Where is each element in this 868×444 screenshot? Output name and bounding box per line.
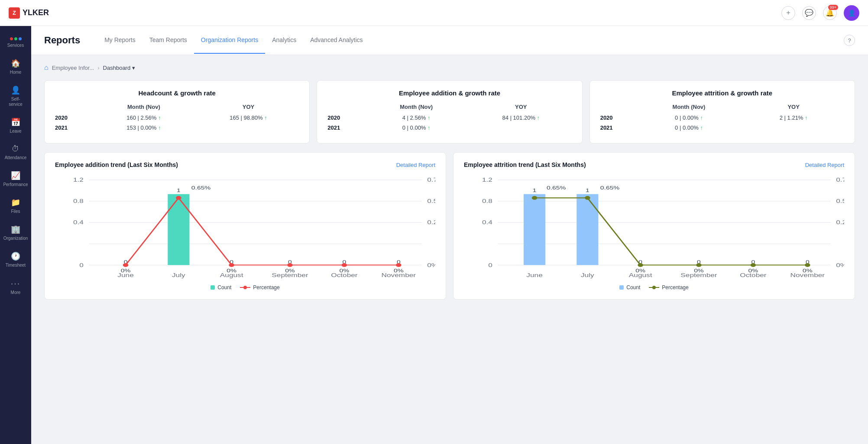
addition-detailed-report-link[interactable]: Detailed Report [396, 162, 435, 168]
addition-2020-val1: 4 | 2.56% ↑ [366, 114, 467, 121]
addition-pct-legend-label: Percentage [253, 284, 279, 291]
breadcrumb-dashboard[interactable]: Dashboard ▾ [103, 65, 136, 71]
svg-text:0.65%: 0.65% [547, 185, 566, 190]
notification-badge: 99+ [828, 5, 838, 10]
attrition-count-legend-dot [619, 285, 624, 290]
svg-point-33 [229, 263, 234, 267]
tab-my-reports[interactable]: My Reports [97, 27, 143, 54]
svg-text:1: 1 [586, 188, 589, 193]
topbar-right: ＋ 💬 🔔 99+ 👤 [781, 5, 859, 21]
add-button[interactable]: ＋ [781, 6, 795, 20]
organization-icon: 🏢 [11, 225, 20, 234]
addition-trend-chart-card: Employee addition trend (Last Six Months… [44, 152, 446, 300]
breadcrumb-employee-info[interactable]: Employee Infor... [52, 65, 94, 71]
svg-text:July: July [581, 272, 594, 278]
headcount-year-2020: 2020 [55, 114, 90, 121]
headcount-card-title: Headcount & growth rate [55, 89, 299, 97]
headcount-2020-val1: 160 | 2.56% ↑ [93, 114, 194, 121]
attrition-detailed-report-link[interactable]: Detailed Report [805, 162, 844, 168]
attrition-col1-header: Month (Nov) [638, 104, 740, 110]
svg-text:October: October [740, 272, 766, 278]
sidebar-item-timesheet[interactable]: 🕐 Timesheet [2, 247, 29, 272]
attrition-2020-val1: 0 | 0.00% ↑ [638, 114, 740, 121]
addition-2021-trend1: ↑ [428, 124, 431, 131]
svg-text:0.4: 0.4 [482, 220, 492, 225]
headcount-card: Headcount & growth rate Month (Nov) YOY … [44, 80, 310, 144]
sidebar-item-performance[interactable]: 📈 Performance [2, 166, 29, 192]
topbar: Z YLKER ＋ 💬 🔔 99+ 👤 [0, 0, 868, 26]
tab-advanced-analytics[interactable]: Advanced Analytics [303, 27, 369, 54]
sidebar-item-home[interactable]: 🏠 Home [2, 54, 29, 79]
attrition-2021-trend1: ↑ [700, 124, 703, 131]
sidebar-item-attendance[interactable]: ⏱ Attendance [2, 140, 29, 165]
sidebar-item-more[interactable]: ··· More [2, 274, 29, 300]
attrition-trend-chart-card: Employee attrition trend (Last Six Month… [453, 152, 855, 300]
svg-text:1.2: 1.2 [73, 177, 84, 183]
sidebar-item-organization-label: Organization [3, 236, 28, 241]
svg-text:0%: 0% [427, 262, 435, 268]
main-layout: Services 🏠 Home 👤 Self-service 📅 Leave ⏱… [0, 26, 868, 444]
avatar[interactable]: 👤 [844, 5, 859, 21]
breadcrumb-home-icon[interactable]: ⌂ [44, 64, 49, 72]
reports-title: Reports [44, 26, 80, 55]
notification-icon[interactable]: 🔔 99+ [823, 6, 837, 20]
chat-icon[interactable]: 💬 [802, 6, 816, 20]
tab-analytics[interactable]: Analytics [265, 27, 303, 54]
help-button[interactable]: ? [844, 35, 855, 46]
attrition-chart-title: Employee attrition trend (Last Six Month… [464, 161, 586, 168]
svg-text:November: November [790, 272, 825, 278]
sidebar-item-self-service[interactable]: 👤 Self-service [2, 81, 29, 111]
charts-row: Employee addition trend (Last Six Months… [44, 152, 855, 300]
svg-text:August: August [220, 272, 244, 278]
headcount-2021-trend1: ↑ [158, 124, 161, 131]
sidebar-item-home-label: Home [10, 70, 22, 75]
attrition-year-2021: 2021 [600, 124, 635, 131]
svg-rect-59 [577, 194, 598, 265]
attrition-table: Month (Nov) YOY 2020 0 | 0.00% ↑ 2 | 1.2… [600, 104, 844, 131]
logo[interactable]: Z YLKER [9, 7, 49, 19]
sidebar-item-self-service-label: Self-service [5, 97, 26, 107]
attrition-pct-legend-label: Percentage [662, 284, 688, 291]
svg-text:0.65%: 0.65% [600, 185, 619, 190]
addition-table: Month (Nov) YOY 2020 4 | 2.56% ↑ 84 | 10… [327, 104, 571, 131]
logo-icon: Z [9, 7, 20, 19]
svg-point-34 [287, 263, 293, 267]
sidebar-item-services[interactable]: Services [2, 33, 29, 52]
svg-text:0.25%: 0.25% [836, 220, 844, 225]
tab-org-reports[interactable]: Organization Reports [194, 27, 265, 54]
performance-icon: 📈 [11, 171, 20, 180]
svg-point-31 [123, 263, 129, 267]
svg-text:0%: 0% [836, 262, 844, 268]
sidebar-item-leave-label: Leave [10, 129, 21, 134]
svg-text:0.75%: 0.75% [836, 177, 844, 183]
svg-text:June: June [117, 272, 133, 278]
services-dots-icon [10, 37, 22, 40]
attrition-2020-val2: 2 | 1.21% ↑ [743, 114, 844, 121]
attrition-chart-legend: Count Percentage [464, 284, 844, 291]
svg-text:1: 1 [533, 188, 537, 193]
attrition-chart-header: Employee attrition trend (Last Six Month… [464, 161, 844, 168]
svg-text:0.5%: 0.5% [427, 199, 435, 204]
addition-chart-svg: 1.2 0.8 0.4 0 0.75% 0.5% 0.25% 0% [55, 175, 435, 279]
tab-team-reports[interactable]: Team Reports [143, 27, 194, 54]
breadcrumb: ⌂ Employee Infor... › Dashboard ▾ [44, 64, 855, 72]
sidebar-item-leave[interactable]: 📅 Leave [2, 113, 29, 138]
addition-chart-legend: Count Percentage [55, 284, 435, 291]
svg-text:November: November [382, 272, 416, 278]
svg-text:0: 0 [488, 262, 492, 268]
svg-point-75 [585, 196, 590, 200]
svg-point-77 [696, 263, 702, 267]
leave-icon: 📅 [11, 118, 20, 127]
headcount-row-2020: 2020 160 | 2.56% ↑ 165 | 98.80% ↑ [55, 114, 299, 121]
sidebar-item-files[interactable]: 📁 Files [2, 193, 29, 219]
attrition-card-title: Employee attrition & growth rate [600, 89, 844, 97]
more-icon: ··· [11, 278, 21, 288]
reports-header: Reports My Reports Team Reports Organiza… [31, 26, 868, 55]
sidebar-item-attendance-label: Attendance [5, 155, 27, 160]
headcount-2020-val2: 165 | 98.80% ↑ [198, 114, 299, 121]
svg-text:October: October [331, 272, 357, 278]
self-service-icon: 👤 [11, 85, 20, 95]
svg-point-78 [751, 263, 756, 267]
sidebar-item-organization[interactable]: 🏢 Organization [2, 220, 29, 245]
reports-tabs: My Reports Team Reports Organization Rep… [97, 27, 826, 54]
